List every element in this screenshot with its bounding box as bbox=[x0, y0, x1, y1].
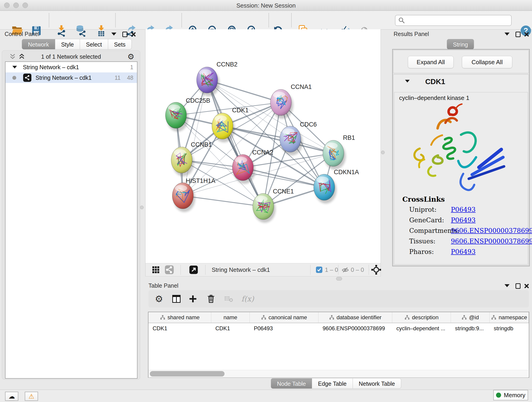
node-label-ccne1: CCNE1 bbox=[273, 188, 294, 195]
column-type-icon bbox=[462, 315, 467, 320]
tab-node-table[interactable]: Node Table bbox=[271, 378, 312, 389]
control-panel-maximize-button[interactable] bbox=[122, 32, 127, 37]
network-node-ccnb1[interactable]: CCNB1 bbox=[171, 141, 212, 176]
network-label: String Network – cdk1 bbox=[36, 75, 92, 81]
table-cell: 9606.ENSP00000378699 bbox=[318, 323, 392, 334]
table-gear-icon[interactable]: ⚙ bbox=[155, 295, 163, 303]
network-view-title: String Network – cdk1 bbox=[212, 266, 270, 274]
network-node-ccne1[interactable]: CCNE1 bbox=[253, 188, 294, 223]
show-columns-icon[interactable] bbox=[171, 294, 181, 304]
collapse-all-button[interactable]: Collapse All bbox=[462, 56, 512, 68]
toolbar-divider bbox=[115, 13, 116, 27]
search-input[interactable] bbox=[407, 16, 511, 25]
memory-button[interactable]: Memory bbox=[493, 390, 528, 400]
node-label-cdkn1a: CDKN1A bbox=[334, 169, 359, 176]
network-edge[interactable] bbox=[207, 80, 263, 206]
memory-label: Memory bbox=[504, 392, 525, 399]
birds-eye-view-icon[interactable] bbox=[151, 265, 160, 274]
control-panel-float-button[interactable] bbox=[111, 32, 116, 36]
column-header-shared-name[interactable]: shared name bbox=[148, 312, 211, 323]
network-node-cdc25b[interactable]: CDC25B bbox=[165, 97, 210, 132]
network-node-cdkn1a[interactable]: CDKN1A bbox=[314, 169, 359, 204]
network-share-icon[interactable] bbox=[165, 265, 174, 274]
network-view-toolbar: String Network – cdk1 1 – 0 0 – 0 bbox=[145, 263, 381, 276]
string-network-icon bbox=[23, 74, 32, 82]
crosshair-icon[interactable] bbox=[371, 264, 381, 275]
column-header-label: name bbox=[223, 314, 237, 321]
table-panel-close-button[interactable] bbox=[524, 283, 529, 289]
table-header-row: shared namenamecanonical namedatabase id… bbox=[148, 312, 529, 323]
cdk1-collapse-icon[interactable] bbox=[405, 80, 410, 83]
tab-edge-table[interactable]: Edge Table bbox=[312, 378, 353, 389]
crosslinks-title: CrossLinks bbox=[402, 195, 445, 203]
warning-icon[interactable]: ⚠ bbox=[25, 392, 38, 401]
control-panel-title: Control Panel bbox=[5, 31, 39, 37]
network-selected-status: 1 of 1 Network selected bbox=[2, 53, 140, 60]
right-splitter-grip[interactable] bbox=[381, 151, 385, 154]
tab-network[interactable]: Network bbox=[22, 39, 55, 50]
network-node-hist1h1a[interactable]: HIST1H1A bbox=[172, 177, 215, 212]
network-canvas[interactable]: CCNB2CCNA1CDC25BCDK1CDC6RB1CCNB1CCNA2CDK… bbox=[145, 29, 381, 263]
tab-string[interactable]: String bbox=[447, 39, 474, 50]
network-collection-bar: 1 of 1 Network selected ⚙ bbox=[2, 52, 140, 61]
column-header-label: namespace bbox=[499, 314, 527, 321]
toolbar-divider bbox=[369, 265, 369, 275]
table-panel-title: Table Panel bbox=[148, 282, 178, 289]
crosslink-row: GeneCard:P06493 bbox=[409, 216, 526, 227]
detach-view-icon[interactable] bbox=[189, 265, 198, 274]
network-node-rb1[interactable]: RB1 bbox=[323, 134, 355, 170]
results-panel-float-button[interactable] bbox=[505, 32, 510, 36]
control-panel-close-button[interactable] bbox=[131, 32, 136, 37]
import-network-database-button[interactable] bbox=[74, 24, 88, 38]
horizontal-splitter-grip[interactable] bbox=[336, 277, 342, 281]
memory-status-dot bbox=[496, 393, 501, 398]
collection-expand-icon[interactable] bbox=[12, 66, 17, 69]
node-label-ccnb2: CCNB2 bbox=[216, 61, 238, 68]
hidden-eye-slash-icon bbox=[341, 265, 350, 274]
table-panel-float-button[interactable] bbox=[505, 284, 510, 287]
table-panel-maximize-button[interactable] bbox=[515, 283, 520, 289]
column-header-name[interactable]: name bbox=[211, 312, 250, 323]
column-header-namespace[interactable]: namespace bbox=[490, 312, 529, 323]
table-cell: stringdb bbox=[490, 323, 529, 334]
network-row[interactable]: String Network – cdk1 11 48 bbox=[6, 72, 137, 83]
import-network-file-button[interactable] bbox=[55, 24, 68, 38]
selected-node-edge-counts: 1 – 0 bbox=[325, 266, 338, 274]
network-options-gear-icon[interactable]: ⚙ bbox=[127, 53, 134, 61]
node-label-cdc25b: CDC25B bbox=[186, 97, 210, 104]
node-label-ccna1: CCNA1 bbox=[291, 83, 312, 90]
cloud-icon[interactable]: ☁ bbox=[5, 392, 18, 401]
crosslink-value-link[interactable]: 9606.ENSP00000378699 bbox=[451, 227, 532, 235]
tab-style[interactable]: Style bbox=[55, 39, 80, 50]
results-panel-close-button[interactable] bbox=[524, 32, 529, 37]
table-hscrollbar-thumb[interactable] bbox=[150, 371, 225, 376]
crosslink-value-link[interactable]: P06493 bbox=[451, 248, 476, 255]
column-header-description[interactable]: description bbox=[392, 312, 451, 323]
crosslink-value-link[interactable]: P06493 bbox=[451, 216, 476, 224]
column-header--id[interactable]: @id bbox=[451, 312, 490, 323]
network-node-ccna2[interactable]: CCNA2 bbox=[232, 149, 273, 184]
network-node-cdc6[interactable]: CDC6 bbox=[280, 121, 317, 155]
crosslink-value-link[interactable]: 9606.ENSP00000378699 bbox=[451, 237, 532, 245]
crosslink-value-link[interactable]: P06493 bbox=[451, 206, 476, 213]
tab-sets[interactable]: Sets bbox=[108, 39, 132, 50]
tab-select[interactable]: Select bbox=[80, 39, 108, 50]
crosslink-label: Tissues: bbox=[409, 237, 436, 245]
network-node-ccna1[interactable]: CCNA1 bbox=[270, 83, 312, 119]
network-node-count: 11 bbox=[114, 75, 120, 81]
column-header-database-identifier[interactable]: database identifier bbox=[318, 312, 392, 323]
network-node-ccnb2[interactable]: CCNB2 bbox=[196, 61, 238, 96]
node-label-ccnb1: CCNB1 bbox=[191, 141, 212, 148]
selected-checkbox-icon[interactable] bbox=[316, 266, 323, 273]
tab-network-table[interactable]: Network Table bbox=[353, 378, 401, 389]
table-row[interactable]: CDK1CDK1P064939606.ENSP00000378699cyclin… bbox=[148, 323, 529, 334]
network-collection-row[interactable]: String Network – cdk1 1 bbox=[6, 62, 137, 72]
column-header-canonical-name[interactable]: canonical name bbox=[250, 312, 318, 323]
results-panel-maximize-button[interactable] bbox=[515, 32, 520, 37]
expand-all-button[interactable]: Expand All bbox=[408, 56, 454, 68]
import-table-file-button[interactable] bbox=[94, 24, 108, 38]
left-splitter-grip[interactable] bbox=[140, 206, 144, 209]
protein-structure-image bbox=[403, 101, 513, 197]
delete-column-icon[interactable] bbox=[206, 294, 216, 304]
create-column-icon[interactable] bbox=[188, 294, 197, 303]
